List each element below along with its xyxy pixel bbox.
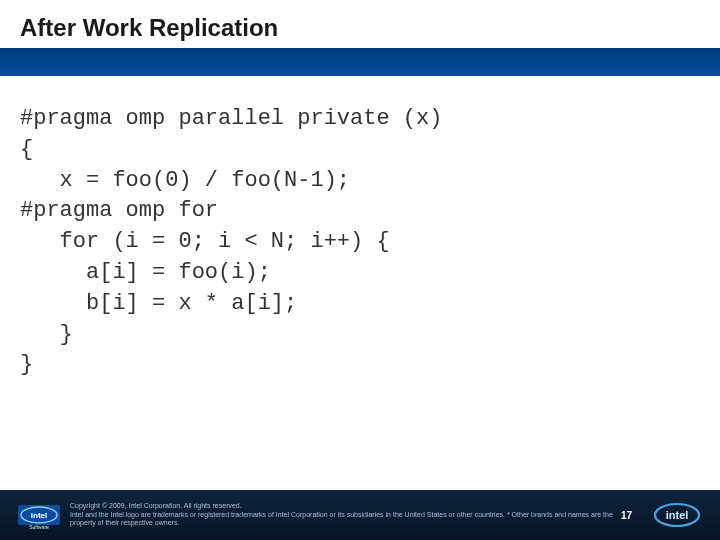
svg-text:intel: intel xyxy=(666,509,689,521)
intel-logo: intel xyxy=(652,499,702,531)
title-bar xyxy=(0,48,720,76)
trademark-line: Intel and the Intel logo are trademarks … xyxy=(70,511,621,528)
slide-title: After Work Replication xyxy=(0,0,720,48)
footer: intel Software Copyright © 2009, Intel C… xyxy=(0,490,720,540)
code-block: #pragma omp parallel private (x) { x = f… xyxy=(0,76,720,381)
svg-text:intel: intel xyxy=(31,511,47,520)
copyright-line: Copyright © 2009, Intel Corporation. All… xyxy=(70,502,621,510)
footer-legal-text: Copyright © 2009, Intel Corporation. All… xyxy=(70,502,621,527)
intel-software-logo: intel Software xyxy=(18,499,60,531)
page-number: 17 xyxy=(621,510,632,521)
svg-text:Software: Software xyxy=(29,524,49,530)
